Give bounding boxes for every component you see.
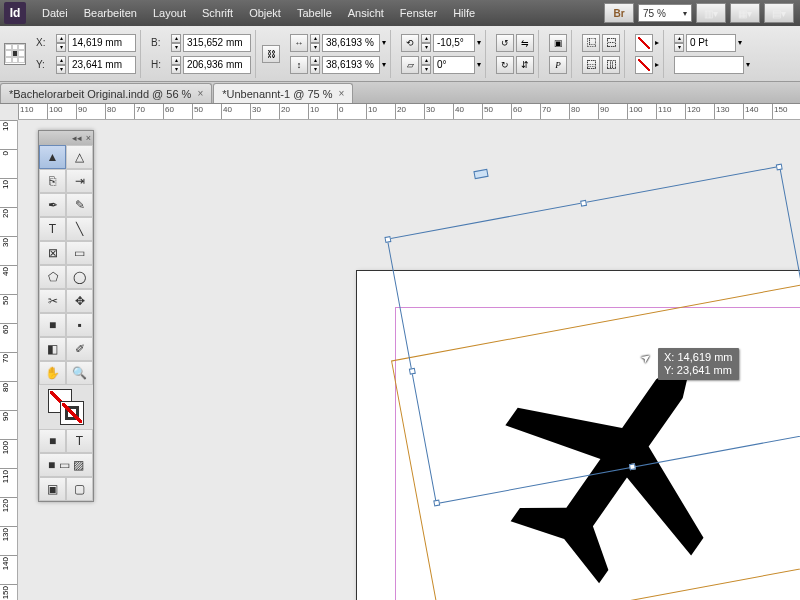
stroke-swatch[interactable]: [635, 56, 653, 74]
tooltip-x-label: X:: [664, 351, 674, 363]
align-icon-1[interactable]: ⿺: [582, 34, 600, 52]
menu-type[interactable]: Schrift: [194, 0, 241, 26]
pencil-tool[interactable]: ✎: [66, 193, 93, 217]
app-icon: Id: [4, 2, 26, 24]
y-stepper[interactable]: ▴▾: [56, 56, 66, 74]
rectangle-frame-tool[interactable]: ⊠: [39, 241, 66, 265]
scissors-tool[interactable]: ✂: [39, 289, 66, 313]
menu-window[interactable]: Fenster: [392, 0, 445, 26]
menu-layout[interactable]: Layout: [145, 0, 194, 26]
height-input[interactable]: 206,936 mm: [183, 56, 251, 74]
collapse-icon[interactable]: ◂◂: [72, 133, 82, 143]
flip-h-icon[interactable]: ⇋: [516, 34, 534, 52]
screen-mode-button[interactable]: ▥▾: [696, 3, 726, 23]
workspace-button[interactable]: ▤▾: [764, 3, 794, 23]
pen-tool[interactable]: ✒: [39, 193, 66, 217]
vertical-ruler[interactable]: 100102030405060708090100110120130140150: [0, 120, 18, 600]
align-icon-3[interactable]: ⿳: [582, 56, 600, 74]
tooltip-y-value: 23,641 mm: [677, 364, 732, 376]
menu-object[interactable]: Objekt: [241, 0, 289, 26]
zoom-level-dropdown[interactable]: 75 %: [638, 4, 692, 22]
shear-stepper[interactable]: ▴▾: [421, 56, 431, 74]
page-tool[interactable]: ⎘: [39, 169, 66, 193]
shear-icon: ▱: [401, 56, 419, 74]
ellipse-tool[interactable]: ◯: [66, 265, 93, 289]
arrange-button[interactable]: ▦▾: [730, 3, 760, 23]
free-transform-tool[interactable]: ✥: [66, 289, 93, 313]
scale-x-stepper[interactable]: ▴▾: [310, 34, 320, 52]
width-input[interactable]: 315,652 mm: [183, 34, 251, 52]
selection-tool[interactable]: ▲: [39, 145, 66, 169]
tab-close-icon[interactable]: ×: [338, 88, 344, 99]
document-tab[interactable]: *Bachelorarbeit Original.indd @ 56 % ×: [0, 83, 212, 103]
width-stepper[interactable]: ▴▾: [171, 34, 181, 52]
tools-panel-header[interactable]: ◂◂×: [39, 131, 93, 145]
fill-stroke-swatch[interactable]: [48, 389, 84, 425]
tooltip-x-value: 14,619 mm: [677, 351, 732, 363]
horizontal-ruler[interactable]: 1101009080706050403020100102030405060708…: [18, 104, 800, 120]
menu-help[interactable]: Hilfe: [445, 0, 483, 26]
tooltip-y-label: Y:: [664, 364, 674, 376]
select-content-icon[interactable]: P: [549, 56, 567, 74]
apply-color-button[interactable]: ■: [39, 429, 66, 453]
tab-label: *Bachelorarbeit Original.indd @ 56 %: [9, 88, 191, 100]
menu-edit[interactable]: Bearbeiten: [76, 0, 145, 26]
thread-in-port[interactable]: [473, 169, 488, 179]
reference-point-grid[interactable]: [4, 43, 26, 65]
x-label: X:: [36, 37, 54, 48]
stroke-weight-stepper[interactable]: ▴▾: [674, 34, 684, 52]
menu-view[interactable]: Ansicht: [340, 0, 392, 26]
stroke-style-dropdown[interactable]: [674, 56, 744, 74]
zoom-tool[interactable]: 🔍: [66, 361, 93, 385]
scale-y-stepper[interactable]: ▴▾: [310, 56, 320, 74]
scale-x-input[interactable]: 38,6193 %: [322, 34, 380, 52]
fill-swatch[interactable]: [635, 34, 653, 52]
gap-tool[interactable]: ⇥: [66, 169, 93, 193]
eyedropper-tool[interactable]: ✐: [66, 337, 93, 361]
hand-tool[interactable]: ✋: [39, 361, 66, 385]
rotate-stepper[interactable]: ▴▾: [421, 34, 431, 52]
view-mode-normal[interactable]: ▣: [39, 477, 66, 501]
tab-close-icon[interactable]: ×: [197, 88, 203, 99]
view-mode-preview[interactable]: ▢: [66, 477, 93, 501]
x-input[interactable]: 14,619 mm: [68, 34, 136, 52]
apply-text-button[interactable]: T: [66, 429, 93, 453]
rotate-tool[interactable]: ■: [39, 313, 66, 337]
tab-label: *Unbenannt-1 @ 75 %: [222, 88, 332, 100]
shear-input[interactable]: 0°: [433, 56, 475, 74]
menu-table[interactable]: Tabelle: [289, 0, 340, 26]
scale-tool[interactable]: ▪: [66, 313, 93, 337]
line-tool[interactable]: ╲: [66, 217, 93, 241]
select-container-icon[interactable]: ▣: [549, 34, 567, 52]
align-icon-2[interactable]: ⿱: [602, 34, 620, 52]
rotate-input[interactable]: -10,5°: [433, 34, 475, 52]
tools-panel[interactable]: ◂◂× ▲ △ ⎘ ⇥ ✒ ✎ T ╲ ⊠ ▭ ⬠ ◯ ✂ ✥ ■ ▪ ◧ ✐ …: [38, 130, 94, 502]
rotate-cw-icon[interactable]: ↻: [496, 56, 514, 74]
direct-selection-tool[interactable]: △: [66, 145, 93, 169]
color-mode-button[interactable]: ■ ▭ ▨: [39, 453, 93, 477]
stroke-weight-input[interactable]: 0 Pt: [686, 34, 736, 52]
bridge-button[interactable]: Br: [604, 3, 634, 23]
scale-y-input[interactable]: 38,6193 %: [322, 56, 380, 74]
y-label: Y:: [36, 59, 54, 70]
gradient-tool[interactable]: ◧: [39, 337, 66, 361]
width-label: B:: [151, 37, 169, 48]
type-tool[interactable]: T: [39, 217, 66, 241]
rotate-ccw-icon[interactable]: ↺: [496, 34, 514, 52]
y-input[interactable]: 23,641 mm: [68, 56, 136, 74]
menu-file[interactable]: Datei: [34, 0, 76, 26]
flip-v-icon[interactable]: ⇵: [516, 56, 534, 74]
align-icon-4[interactable]: ⿲: [602, 56, 620, 74]
polygon-tool[interactable]: ⬠: [39, 265, 66, 289]
close-icon[interactable]: ×: [86, 133, 91, 143]
rotate-icon: ⟲: [401, 34, 419, 52]
scale-y-icon: ↕: [290, 56, 308, 74]
scale-x-icon: ↔: [290, 34, 308, 52]
constrain-wh-icon[interactable]: ⛓: [262, 45, 280, 63]
rectangle-tool[interactable]: ▭: [66, 241, 93, 265]
x-stepper[interactable]: ▴▾: [56, 34, 66, 52]
height-label: H:: [151, 59, 169, 70]
document-tab[interactable]: *Unbenannt-1 @ 75 % ×: [213, 83, 353, 103]
document-canvas[interactable]: X: 14,619 mm Y: 23,641 mm: [18, 120, 800, 600]
height-stepper[interactable]: ▴▾: [171, 56, 181, 74]
